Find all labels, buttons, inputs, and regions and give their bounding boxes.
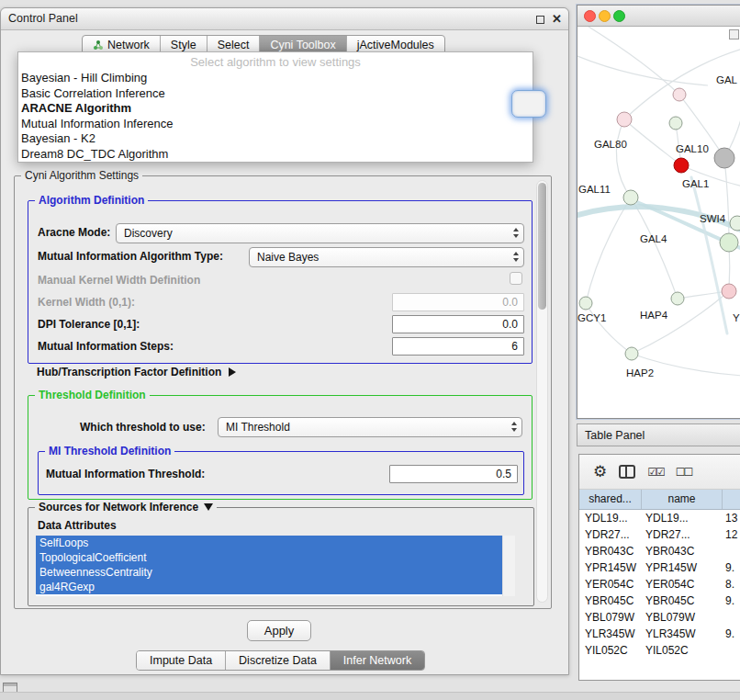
network-node-labels: GAL GAL80 GAL10 GAL11 GAL1 SWI4 GAL4 GCY…	[577, 74, 740, 378]
float-window-icon[interactable]	[536, 16, 544, 24]
control-panel-window: Control Panel ✕ Network Style Select Cyn…	[0, 7, 569, 675]
network-node[interactable]	[673, 88, 686, 101]
scroll-corner-button[interactable]	[729, 29, 739, 40]
table-cell: YIL052C	[579, 644, 642, 657]
table-row[interactable]: YDL19...YDL19...13	[579, 510, 740, 526]
list-item-selected[interactable]: SelfLoops	[36, 536, 502, 550]
table-cell: YBL079W	[579, 611, 642, 624]
table-row[interactable]: YDR27...YDR27...12	[579, 526, 740, 543]
popup-item[interactable]: Basic Correlation Inference	[18, 86, 533, 102]
tab-label: Select	[218, 39, 250, 51]
table-cell: YBR045C	[579, 594, 642, 607]
columns-icon[interactable]	[619, 465, 635, 479]
mi-type-select[interactable]: Naive Bayes	[249, 247, 524, 267]
node-label: GAL80	[594, 139, 627, 150]
hub-definition-expander[interactable]: Hub/Transcription Factor Definition	[37, 366, 236, 378]
apply-button[interactable]: Apply	[247, 620, 311, 641]
list-item-selected[interactable]: TopologicalCoefficient	[36, 550, 502, 565]
table-cell: YLR345W	[642, 627, 723, 640]
table-row[interactable]: YBR043CYBR043C	[579, 543, 740, 559]
settings-scrollbar[interactable]	[536, 180, 548, 603]
aracne-mode-select[interactable]: Discovery	[116, 223, 524, 243]
desktop: Control Panel ✕ Network Style Select Cyn…	[0, 0, 740, 700]
data-attributes-label: Data Attributes	[38, 519, 117, 532]
table-cell: 9.	[723, 594, 740, 607]
group-title: Algorithm Definition	[35, 194, 148, 207]
table-cell: YDL19...	[579, 512, 642, 525]
popup-item[interactable]: Bayesian - Hill Climbing	[18, 71, 533, 86]
table-cell: YBR043C	[579, 545, 642, 558]
mi-steps-field[interactable]	[392, 337, 524, 356]
node-label: HAP4	[640, 310, 668, 321]
mi-threshold-definition-group: MI Threshold Definition Mutual Informati…	[38, 451, 524, 495]
network-node[interactable]	[722, 284, 736, 299]
column-header[interactable]: shared...	[579, 490, 642, 509]
table-row[interactable]: YIL052CYIL052C	[579, 642, 740, 659]
popup-item-selected[interactable]: ARACNE Algorithm	[18, 101, 533, 117]
tab-infer-network[interactable]: Infer Network	[331, 651, 424, 670]
network-node[interactable]	[671, 292, 684, 305]
table-cell: 13	[723, 512, 740, 525]
gear-icon[interactable]: ⚙	[593, 464, 607, 480]
tab-label: Cyni Toolbox	[270, 39, 335, 51]
combo-arrows-icon	[513, 228, 519, 238]
close-icon[interactable]: ✕	[552, 11, 562, 27]
node-label: SWI4	[700, 213, 726, 224]
zoom-traffic-light[interactable]	[613, 10, 625, 22]
selected-value: Naive Bayes	[257, 251, 319, 264]
table-panel-title: Table Panel	[585, 429, 645, 442]
tab-label: Style	[171, 39, 196, 51]
sources-collapser[interactable]: Sources for Network Inference	[35, 501, 217, 514]
table-cell: 12	[723, 528, 740, 541]
table-cell: YBR045C	[642, 594, 723, 607]
network-node-red[interactable]	[674, 158, 689, 173]
table-row[interactable]: YBL079WYBL079W	[579, 609, 740, 626]
list-item-selected[interactable]: BetweennessCentrality	[36, 565, 502, 580]
tab-discretize-data[interactable]: Discretize Data	[226, 651, 331, 670]
list-item-selected[interactable]: gal4RGexp	[36, 580, 502, 594]
network-node[interactable]	[579, 297, 592, 310]
node-label: GAL10	[676, 143, 709, 154]
popup-item[interactable]: Dream8 DC_TDC Algorithm	[18, 147, 533, 163]
tab-impute-data[interactable]: Impute Data	[137, 651, 226, 670]
popup-item[interactable]: Mutual Information Inference	[18, 117, 533, 132]
close-traffic-light[interactable]	[584, 10, 596, 22]
column-header[interactable]: name	[642, 490, 723, 509]
node-label: GAL11	[578, 184, 611, 195]
network-node[interactable]	[617, 112, 632, 127]
node-label: GAL4	[640, 233, 667, 244]
table-row[interactable]: YER054CYER054C8.	[579, 576, 740, 593]
mi-type-label: Mutual Information Algorithm Type:	[38, 250, 223, 263]
settings-scrollbar-thumb[interactable]	[538, 183, 546, 310]
network-node[interactable]	[669, 117, 682, 130]
dpi-tolerance-field[interactable]	[392, 315, 524, 333]
sources-title: Sources for Network Inference	[39, 501, 198, 514]
table-row[interactable]: YBR045CYBR045C9.	[579, 593, 740, 609]
which-threshold-select[interactable]: MI Threshold	[218, 417, 522, 437]
column-header[interactable]	[723, 490, 740, 509]
select-all-checkboxes-icon[interactable]: ☑☑	[647, 466, 664, 479]
node-label: GAL1	[682, 178, 709, 189]
manual-kernel-checkbox	[510, 272, 522, 285]
list-scrollbar[interactable]	[502, 536, 515, 596]
hub-definition-label: Hub/Transcription Factor Definition	[37, 366, 221, 378]
threshold-definition-group: Threshold Definition Which threshold to …	[28, 395, 533, 500]
group-title: MI Threshold Definition	[45, 445, 174, 457]
table-row[interactable]: YPR145WYPR145W9.	[579, 559, 740, 576]
deselect-all-checkboxes-icon[interactable]: ☐☐	[676, 466, 692, 479]
table-cell: YBR043C	[642, 545, 723, 558]
network-node[interactable]	[730, 216, 740, 231]
table-cell: YER054C	[579, 578, 642, 591]
mi-threshold-label: Mutual Information Threshold:	[46, 468, 205, 480]
popup-item[interactable]: Bayesian - K2	[18, 131, 533, 147]
focused-button[interactable]	[511, 90, 546, 118]
table-row[interactable]: YLR345WYLR345W9.	[579, 626, 740, 642]
network-canvas[interactable]: GAL GAL80 GAL10 GAL11 GAL1 SWI4 GAL4 GCY…	[577, 27, 740, 418]
mi-threshold-field[interactable]	[389, 465, 518, 483]
which-threshold-label: Which threshold to use:	[80, 421, 206, 434]
network-node[interactable]	[625, 347, 638, 360]
network-node[interactable]	[720, 233, 738, 252]
network-node[interactable]	[623, 190, 638, 205]
minimize-traffic-light[interactable]	[599, 10, 611, 22]
network-node-gray[interactable]	[714, 148, 734, 168]
